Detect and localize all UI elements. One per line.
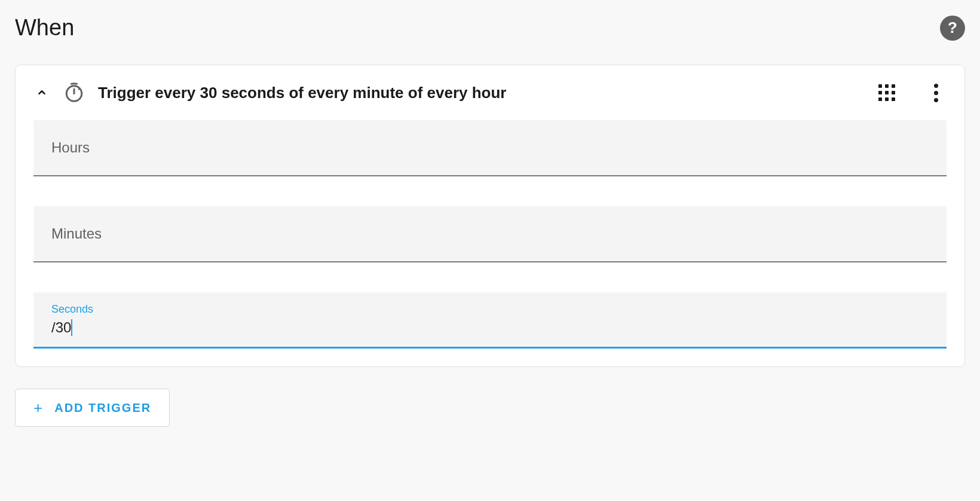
- minutes-field[interactable]: Minutes: [33, 206, 947, 262]
- chevron-up-icon: [35, 86, 48, 99]
- seconds-input-wrap: /30: [51, 319, 929, 336]
- plus-icon: +: [33, 400, 44, 416]
- seconds-label: Seconds: [51, 303, 929, 316]
- trigger-card-header: Trigger every 30 seconds of every minute…: [16, 65, 964, 120]
- apps-grid-icon: [878, 84, 895, 101]
- more-menu-button[interactable]: [925, 82, 947, 103]
- help-button[interactable]: ?: [940, 16, 965, 41]
- apps-button[interactable]: [876, 82, 898, 103]
- add-trigger-label: ADD TRIGGER: [54, 401, 151, 415]
- section-header: When ?: [15, 15, 965, 41]
- hours-label: Hours: [51, 139, 929, 156]
- section-title: When: [15, 15, 74, 41]
- minutes-label: Minutes: [51, 225, 929, 242]
- trigger-summary: Trigger every 30 seconds of every minute…: [98, 84, 849, 102]
- help-icon: ?: [948, 19, 957, 37]
- seconds-field[interactable]: Seconds /30: [33, 292, 947, 349]
- text-caret: [71, 319, 72, 336]
- kebab-icon: [934, 84, 938, 102]
- seconds-value: /30: [51, 319, 71, 336]
- collapse-toggle[interactable]: [33, 84, 50, 101]
- trigger-card-body: Hours Minutes Seconds /30: [16, 120, 964, 349]
- svg-point-1: [78, 88, 80, 90]
- trigger-card: Trigger every 30 seconds of every minute…: [15, 65, 965, 367]
- hours-field[interactable]: Hours: [33, 120, 947, 176]
- timer-icon: [63, 82, 85, 103]
- add-trigger-button[interactable]: + ADD TRIGGER: [15, 389, 170, 427]
